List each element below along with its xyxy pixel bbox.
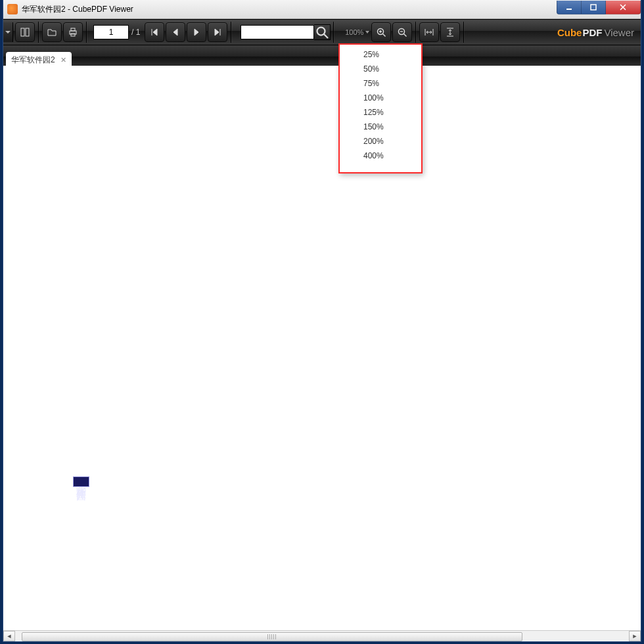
zoom-out-button[interactable] bbox=[392, 22, 412, 42]
maximize-icon bbox=[589, 3, 597, 11]
fit-page-button[interactable] bbox=[440, 22, 460, 42]
tab-close-icon[interactable]: ✕ bbox=[60, 56, 66, 64]
zoom-in-icon bbox=[376, 27, 386, 37]
zoom-option[interactable]: 75% bbox=[340, 76, 421, 91]
close-button[interactable] bbox=[606, 1, 641, 14]
zoom-option[interactable]: 400% bbox=[340, 149, 421, 163]
next-icon bbox=[191, 27, 202, 37]
brand-logo: Cube PDF Viewer bbox=[557, 20, 634, 45]
search-icon bbox=[314, 24, 330, 40]
chevron-down-icon bbox=[5, 30, 11, 35]
svg-rect-1 bbox=[591, 5, 596, 10]
scroll-right-button[interactable]: ► bbox=[629, 631, 641, 641]
page-total-label: / 1 bbox=[131, 28, 140, 37]
document-tabstrip: 华军软件园2 ✕ bbox=[3, 45, 641, 68]
window-title: 华军软件园2 - CubePDF Viewer bbox=[22, 4, 133, 15]
window-controls bbox=[557, 1, 641, 14]
last-page-button[interactable] bbox=[208, 22, 227, 42]
svg-rect-5 bbox=[71, 28, 75, 31]
open-icon bbox=[47, 27, 57, 37]
app-icon bbox=[7, 4, 18, 14]
grip-icon bbox=[267, 634, 277, 639]
svg-rect-0 bbox=[566, 9, 572, 10]
zoom-option[interactable]: 150% bbox=[340, 120, 421, 134]
first-icon bbox=[149, 27, 160, 37]
menu-expand-button[interactable] bbox=[3, 22, 13, 42]
tab-label: 华军软件园2 bbox=[11, 55, 55, 66]
zoom-option[interactable]: 50% bbox=[340, 62, 421, 76]
pages-icon bbox=[20, 27, 30, 37]
minimize-button[interactable] bbox=[557, 1, 582, 14]
zoom-dropdown: 25% 50% 75% 100% 125% 150% 200% 400% bbox=[338, 43, 423, 173]
svg-rect-2 bbox=[21, 28, 24, 36]
zoom-current-label: 100% bbox=[345, 28, 363, 36]
zoom-option[interactable]: 200% bbox=[340, 134, 421, 149]
svg-rect-3 bbox=[26, 28, 29, 36]
app-window: 华军软件园2 - CubePDF Viewer bbox=[3, 0, 641, 641]
open-button[interactable] bbox=[42, 22, 62, 42]
prev-page-button[interactable] bbox=[166, 22, 185, 42]
fit-width-button[interactable] bbox=[419, 22, 439, 42]
zoom-option[interactable]: 100% bbox=[340, 91, 421, 105]
titlebar[interactable]: 华军软件园2 - CubePDF Viewer bbox=[3, 0, 641, 19]
horizontal-scrollbar[interactable]: ◄ ► bbox=[3, 630, 641, 641]
page-number-input[interactable]: 1 bbox=[93, 25, 129, 39]
chevron-down-icon bbox=[365, 31, 369, 34]
scroll-thumb[interactable] bbox=[22, 632, 522, 641]
zoom-in-button[interactable] bbox=[371, 22, 391, 42]
print-icon bbox=[68, 27, 78, 37]
toolbar: 1 / 1 100% bbox=[3, 19, 641, 45]
print-button[interactable] bbox=[63, 22, 83, 42]
prev-icon bbox=[170, 27, 181, 37]
thumbnails-button[interactable] bbox=[15, 22, 35, 42]
zoom-select[interactable]: 100% bbox=[336, 25, 371, 39]
close-icon bbox=[619, 3, 627, 11]
fit-page-icon bbox=[445, 27, 455, 37]
minimize-icon bbox=[565, 3, 573, 11]
document-text: 华军软件园 bbox=[73, 476, 89, 487]
svg-point-7 bbox=[317, 28, 325, 35]
search-button[interactable] bbox=[314, 24, 331, 40]
maximize-button[interactable] bbox=[582, 1, 606, 14]
document-viewport[interactable]: 华军软件园 bbox=[3, 66, 641, 631]
first-page-button[interactable] bbox=[145, 22, 164, 42]
search-input[interactable] bbox=[241, 25, 314, 39]
zoom-out-icon bbox=[397, 27, 407, 37]
zoom-option[interactable]: 25% bbox=[340, 47, 421, 62]
zoom-option[interactable]: 125% bbox=[340, 105, 421, 120]
next-page-button[interactable] bbox=[187, 22, 206, 42]
last-icon bbox=[212, 27, 223, 37]
fit-width-icon bbox=[424, 27, 434, 37]
scroll-track[interactable] bbox=[15, 632, 629, 641]
scroll-left-button[interactable]: ◄ bbox=[3, 631, 15, 641]
